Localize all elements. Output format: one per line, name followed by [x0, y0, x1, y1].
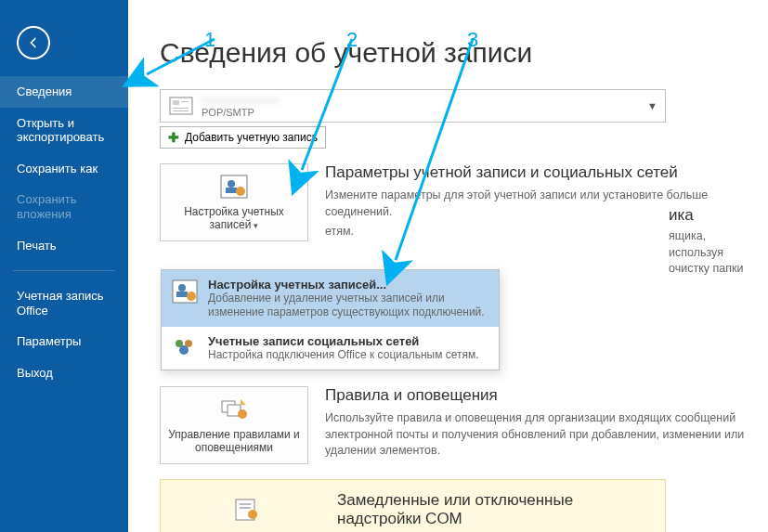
tile-account-settings[interactable]: Настройка учетных записей▾: [160, 163, 308, 241]
menu-item1-sub: Добавление и удаление учетных записей ил…: [208, 292, 489, 319]
rules-icon: [220, 396, 248, 422]
main-panel: Сведения об учетной записи ——————— POP/S…: [128, 0, 768, 532]
slow-title: Замедленные или отключенные надстройки C…: [337, 491, 654, 528]
svg-rect-4: [173, 110, 189, 111]
settings-title: Параметры учетной записи и социальных се…: [325, 163, 746, 182]
account-settings-menu: Настройка учетных записей... Добавление …: [161, 269, 500, 370]
rules-title: Правила и оповещения: [325, 386, 746, 405]
svg-rect-0: [170, 97, 192, 114]
social-icon: [171, 334, 199, 362]
tile-rules-label: Управление правилами и оповещениями: [166, 428, 302, 454]
account-settings-menu-icon: [171, 278, 199, 305]
mailbox-icon: [168, 96, 194, 116]
row-slow-addins: Замедленные или отключенные надстройки C…: [160, 479, 666, 532]
tile-slow-addins[interactable]: [172, 491, 320, 532]
menu-item2-sub: Настройка подключения Office к социальны…: [208, 348, 479, 362]
menu-item1-title: Настройка учетных записей...: [208, 278, 489, 292]
svg-rect-19: [176, 292, 188, 297]
menu-item-social[interactable]: Учетные записи социальных сетей Настройк…: [162, 327, 499, 370]
sidebar-separator: [13, 270, 115, 271]
cleanup-title-part: ика: [669, 206, 746, 225]
svg-point-18: [178, 284, 186, 292]
svg-point-12: [238, 409, 247, 419]
addins-icon: [232, 497, 260, 523]
tile-account-settings-label: Настройка учетных записей: [184, 205, 284, 231]
sidebar-item-print[interactable]: Печать: [0, 230, 128, 262]
sidebar-item-save-as[interactable]: Сохранить как: [0, 153, 128, 185]
desc-slow-addins: Замедленные или отключенные надстройки C…: [337, 491, 654, 532]
rules-desc: Используйте правила и оповещения для орг…: [325, 410, 746, 460]
account-protocol: POP/SMTP: [202, 107, 280, 118]
svg-rect-3: [173, 108, 189, 109]
svg-point-20: [187, 292, 196, 301]
tile-rules[interactable]: Управление правилами и оповещениями: [160, 386, 308, 464]
account-info: ——————— POP/SMTP: [202, 94, 280, 118]
desc-rules: Правила и оповещения Используйте правила…: [325, 386, 746, 464]
add-account-button[interactable]: ✚ Добавить учетную запись: [160, 126, 326, 149]
menu-item-account-settings[interactable]: Настройка учетных записей... Добавление …: [162, 270, 499, 327]
svg-rect-15: [240, 507, 251, 509]
account-email-blur: ———————: [202, 94, 280, 107]
cleanup-desc-part: ящика, используя очистку папки: [669, 228, 746, 278]
sidebar-item-options[interactable]: Параметры: [0, 326, 128, 357]
arrow-left-icon: [25, 34, 42, 51]
row-account-settings: Настройка учетных записей▾ Параметры уче…: [160, 163, 746, 241]
svg-rect-2: [181, 101, 189, 102]
svg-point-6: [228, 180, 235, 188]
row-rules: Управление правилами и оповещениями Прав…: [160, 386, 746, 464]
account-selector[interactable]: ——————— POP/SMTP ▼: [160, 89, 666, 123]
account-settings-icon: [220, 174, 248, 200]
svg-rect-14: [240, 503, 251, 505]
sidebar-item-info[interactable]: Сведения: [0, 76, 128, 108]
sidebar-item-exit[interactable]: Выход: [0, 357, 128, 389]
svg-rect-1: [173, 100, 179, 105]
menu-item2-title: Учетные записи социальных сетей: [208, 334, 479, 348]
back-button[interactable]: [17, 26, 50, 59]
svg-point-23: [179, 345, 189, 355]
svg-point-16: [248, 510, 257, 519]
sidebar-item-save-attachments: Сохранить вложения: [0, 184, 128, 229]
svg-rect-7: [226, 188, 237, 193]
sidebar-item-open-export[interactable]: Открыть и экспортировать: [0, 108, 128, 153]
caret-down-icon: ▾: [254, 221, 258, 230]
add-account-label: Добавить учетную запись: [185, 131, 318, 144]
chevron-down-icon[interactable]: ▼: [647, 100, 657, 111]
svg-marker-11: [241, 399, 246, 405]
svg-point-8: [236, 187, 245, 196]
plus-icon: ✚: [168, 130, 179, 145]
sidebar-item-office-account[interactable]: Учетная запись Office: [0, 280, 128, 326]
backstage-sidebar: Сведения Открыть и экспортировать Сохран…: [0, 0, 128, 532]
page-title: Сведения об учетной записи: [160, 37, 746, 69]
